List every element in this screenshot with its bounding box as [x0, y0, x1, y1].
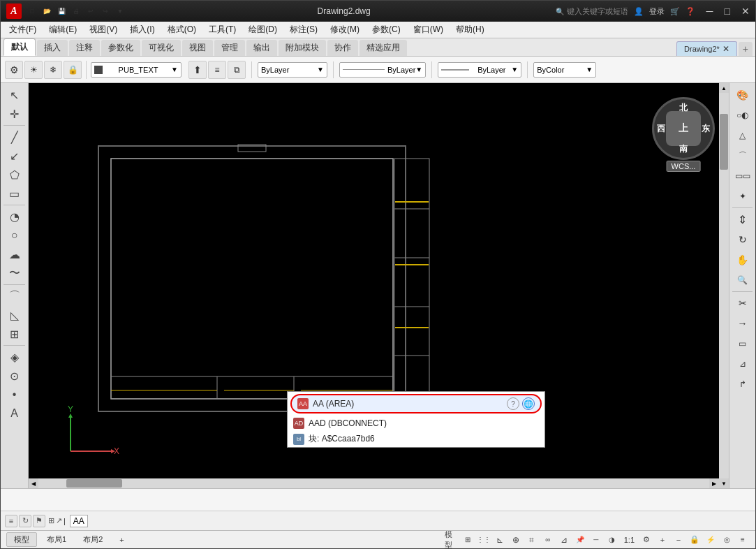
menu-annotate[interactable]: 标注(S)	[284, 22, 323, 37]
cmd-refresh-btn[interactable]: ↻	[19, 515, 31, 527]
circle-tool[interactable]: ○	[4, 226, 25, 244]
layer-props-btn[interactable]: ⚙	[5, 61, 23, 79]
transparency-btn[interactable]: ◑	[605, 534, 619, 546]
layer-freeze-btn[interactable]: ❄	[44, 61, 62, 79]
hatch-tool[interactable]: ⊞	[4, 325, 25, 343]
vscroll-up[interactable]: ▲	[719, 83, 729, 93]
fillet-tool[interactable]: ⌒	[4, 287, 25, 305]
rt-extend-btn[interactable]: ↱	[732, 375, 753, 393]
menu-help[interactable]: 帮助(H)	[450, 22, 490, 37]
polygon-tool[interactable]: ⬠	[4, 166, 25, 184]
tab-addons[interactable]: 附加模块	[279, 40, 326, 56]
ac-item-aa[interactable]: AA AA (AREA) ? 🌐	[290, 394, 542, 413]
color-bylayer-select[interactable]: ByLayer ▼	[258, 62, 327, 78]
move-tool[interactable]: ✛	[4, 105, 25, 123]
rt-triangle-btn[interactable]: △	[732, 126, 753, 145]
menu-tools[interactable]: 工具(T)	[203, 22, 242, 37]
tab-view[interactable]: 视图	[182, 40, 213, 56]
osnap-btn[interactable]: ⌗	[525, 534, 539, 546]
status-tab-layout1[interactable]: 布局1	[40, 533, 73, 546]
status-tab-model[interactable]: 模型	[6, 532, 37, 547]
rt-arrow-btn[interactable]: →	[732, 314, 753, 332]
tab-insert[interactable]: 插入	[37, 40, 68, 56]
hscrollbar[interactable]: ◀ ▶	[29, 478, 719, 488]
layer-copy-btn[interactable]: ⧉	[228, 61, 246, 79]
wipeout-tool[interactable]: ⊙	[4, 367, 25, 385]
ac-item-aad[interactable]: AD AAD (DBCONNECT)	[288, 416, 544, 431]
grid-btn[interactable]: ⊞	[461, 534, 475, 546]
polyline-tool[interactable]: ↙	[4, 147, 25, 165]
vscroll-track[interactable]	[719, 93, 729, 478]
hardwareaccel-btn[interactable]: ⚡	[704, 534, 718, 546]
layer-stack-btn[interactable]: ≡	[208, 61, 226, 79]
dyn-btn[interactable]: 📌	[573, 534, 587, 546]
hscroll-left[interactable]: ◀	[29, 478, 38, 488]
prop-panel-btn[interactable]: ≡	[736, 534, 750, 546]
cloud-tool[interactable]: ☁	[4, 245, 25, 263]
line-tool[interactable]: ╱	[4, 128, 25, 146]
rt-paint-btn[interactable]: 🎨	[732, 86, 753, 104]
menu-view[interactable]: 视图(V)	[84, 22, 123, 37]
hscroll-right[interactable]: ▶	[709, 478, 719, 488]
lw-btn[interactable]: ─	[589, 534, 603, 546]
layer-move-btn[interactable]: ⬆	[188, 61, 207, 79]
menu-window[interactable]: 窗口(W)	[408, 22, 449, 37]
menu-insert[interactable]: 插入(I)	[124, 22, 160, 37]
vscrollbar[interactable]: ▲ ▼	[719, 83, 729, 488]
menu-file[interactable]: 文件(F)	[3, 22, 42, 37]
scale-label[interactable]: 1:1	[621, 536, 637, 544]
ac-help-btn[interactable]: ?	[507, 397, 519, 410]
rt-circle-btn[interactable]: ○◐	[732, 106, 753, 124]
redo-btn[interactable]: ↪	[99, 5, 112, 17]
save-btn[interactable]: 💾	[55, 5, 68, 17]
minus-btn[interactable]: −	[672, 534, 685, 546]
arc-tool[interactable]: ◔	[4, 207, 25, 226]
ac-globe-btn[interactable]: 🌐	[522, 397, 535, 410]
add-layout-btn[interactable]: +	[112, 534, 131, 546]
rt-pan-btn[interactable]: ✋	[732, 251, 753, 269]
snap-btn[interactable]: ⋮⋮	[477, 534, 491, 546]
print-btn[interactable]: 🖨	[70, 5, 82, 17]
rt-corner-btn[interactable]: ⊿	[732, 355, 753, 373]
restore-btn[interactable]: □	[725, 6, 730, 17]
spline-tool[interactable]: 〜	[4, 264, 25, 282]
rt-rect3-btn[interactable]: ▭	[732, 335, 753, 353]
cmd-settings-btn[interactable]: ≡	[5, 515, 17, 527]
rt-zoom-btn[interactable]: 🔍	[732, 271, 753, 289]
hscroll-track[interactable]	[38, 478, 709, 488]
rt-move-btn[interactable]: ⇕	[732, 210, 753, 228]
bycolor-select[interactable]: ByColor ▼	[533, 62, 596, 78]
tab-params[interactable]: 参数化	[101, 40, 140, 56]
point-tool[interactable]: •	[4, 386, 25, 404]
plus-btn[interactable]: +	[655, 534, 669, 546]
ac-item-block[interactable]: bl 块: A$Ccaaa7bd6	[288, 431, 544, 447]
rect-tool[interactable]: ▭	[4, 184, 25, 203]
hscroll-thumb[interactable]	[66, 479, 122, 488]
rt-rotate-btn[interactable]: ↻	[732, 230, 753, 249]
chamfer-tool[interactable]: ◺	[4, 306, 25, 324]
cmd-text-input[interactable]: AA	[70, 515, 88, 527]
otrack-btn[interactable]: ∞	[541, 534, 555, 546]
linetype-select[interactable]: ByLayer ▼	[339, 62, 426, 78]
wcs-label[interactable]: WCS...	[667, 161, 701, 172]
menu-params[interactable]: 参数(C)	[366, 22, 406, 37]
rt-scissors-btn[interactable]: ✂	[732, 294, 753, 312]
tab-featured[interactable]: 精选应用	[360, 40, 407, 56]
close-btn[interactable]: ✕	[741, 6, 750, 17]
menu-format[interactable]: 格式(O)	[162, 22, 202, 37]
tab-collab[interactable]: 协作	[327, 40, 358, 56]
dropdown-btn[interactable]: ▼	[114, 5, 126, 17]
cmd-flag-btn[interactable]: ⚑	[33, 515, 45, 527]
ucs-btn[interactable]: ⊿	[557, 534, 571, 546]
lineweight-select[interactable]: ByLayer ▼	[438, 62, 521, 78]
rt-rect2-btn[interactable]: ▭▭	[732, 167, 753, 185]
minimize-btn[interactable]: ─	[706, 6, 713, 17]
layer-select[interactable]: PUB_TEXT ▼	[91, 62, 181, 78]
rt-star-btn[interactable]: ✦	[732, 187, 753, 205]
tab-output[interactable]: 输出	[246, 40, 277, 56]
new-btn[interactable]: □	[26, 5, 38, 17]
vscroll-down[interactable]: ▼	[719, 478, 729, 488]
cmd-input-area[interactable]: ⊞ ↗ | AA	[48, 515, 88, 527]
region-tool[interactable]: ◈	[4, 348, 25, 366]
menu-modify[interactable]: 修改(M)	[325, 22, 365, 37]
